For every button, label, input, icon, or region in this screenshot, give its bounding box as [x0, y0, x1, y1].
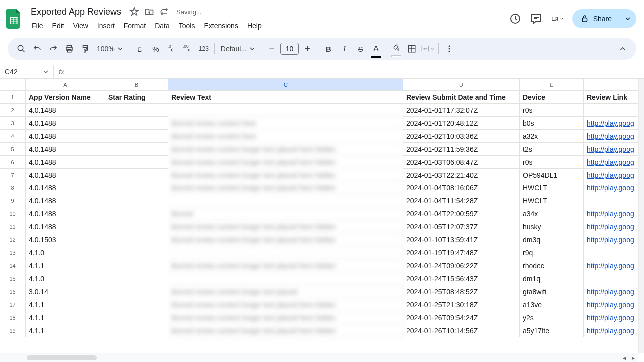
cell[interactable]: blurred review content longer text place…: [168, 298, 403, 311]
history-icon[interactable]: [509, 13, 521, 25]
cell[interactable]: http://play.goog: [584, 298, 643, 311]
cell[interactable]: r0s: [520, 104, 584, 117]
cell[interactable]: 4.0.1488: [26, 104, 105, 117]
star-icon[interactable]: [129, 7, 139, 17]
row-header[interactable]: 3: [0, 117, 26, 130]
cell[interactable]: 2024-01-25T21:30:18Z: [403, 298, 520, 311]
menu-help[interactable]: Help: [243, 20, 266, 32]
cell[interactable]: blurred review content longer text place…: [168, 324, 403, 337]
column-header[interactable]: E: [520, 79, 584, 91]
undo-icon[interactable]: [30, 41, 45, 56]
cell[interactable]: [168, 246, 403, 259]
cell[interactable]: Review Submit Date and Time: [403, 91, 520, 104]
percent-icon[interactable]: %: [148, 41, 163, 56]
cell[interactable]: blurred: [168, 207, 403, 220]
cell[interactable]: http://play.goog: [584, 311, 643, 324]
cell[interactable]: 2024-01-19T19:47:48Z: [403, 246, 520, 259]
cell[interactable]: [105, 104, 168, 117]
menu-file[interactable]: File: [28, 20, 47, 32]
cell[interactable]: http://play.goog: [584, 285, 643, 298]
search-icon[interactable]: [14, 41, 29, 56]
cell[interactable]: blurred review content longer text place…: [168, 285, 403, 298]
column-header[interactable]: D: [403, 79, 520, 91]
cell[interactable]: 2024-01-10T13:59:41Z: [403, 233, 520, 246]
row-header[interactable]: 12: [0, 233, 26, 246]
cell[interactable]: 4.1.1: [26, 259, 105, 272]
horizontal-scrollbar[interactable]: ◄ ►: [0, 353, 638, 362]
cell[interactable]: http://play.goog: [584, 169, 643, 181]
row-header[interactable]: 11: [0, 220, 26, 233]
row-header[interactable]: 4: [0, 130, 26, 143]
cell[interactable]: http://play.goog: [584, 233, 643, 246]
currency-icon[interactable]: £: [132, 41, 147, 56]
cell[interactable]: [105, 311, 168, 324]
cell[interactable]: [584, 246, 643, 259]
column-header[interactable]: A: [26, 79, 105, 91]
cell[interactable]: 2024-01-25T08:48:52Z: [403, 285, 520, 298]
cell[interactable]: 4.0.1488: [26, 220, 105, 233]
menu-data[interactable]: Data: [151, 20, 174, 32]
cell[interactable]: 4.1.1: [26, 324, 105, 337]
menu-tools[interactable]: Tools: [175, 20, 199, 32]
cell[interactable]: a5y17lte: [520, 324, 584, 337]
cell[interactable]: Review Text: [168, 91, 403, 104]
row-header[interactable]: 13: [0, 246, 26, 259]
italic-icon[interactable]: I: [337, 41, 352, 56]
cell[interactable]: http://play.goog: [584, 220, 643, 233]
cell[interactable]: 2024-01-04T22:00:59Z: [403, 207, 520, 220]
cell[interactable]: blurred review content longer text place…: [168, 143, 403, 156]
cell[interactable]: y2s: [520, 311, 584, 324]
cell[interactable]: a34x: [520, 207, 584, 220]
cell[interactable]: husky: [520, 220, 584, 233]
cell[interactable]: 4.0.1488: [26, 169, 105, 181]
cell[interactable]: r9q: [520, 246, 584, 259]
menu-insert[interactable]: Insert: [93, 20, 119, 32]
cell[interactable]: blurred review content longer text place…: [168, 311, 403, 324]
row-header[interactable]: 17: [0, 298, 26, 311]
cell[interactable]: 2024-01-03T06:08:47Z: [403, 156, 520, 169]
cell[interactable]: App Version Name: [26, 91, 105, 104]
cell[interactable]: 4.0.1488: [26, 181, 105, 194]
cell[interactable]: [105, 259, 168, 272]
cell[interactable]: blurred review content longer text place…: [168, 181, 403, 194]
more-icon[interactable]: [442, 41, 457, 56]
row-header[interactable]: 6: [0, 156, 26, 169]
font-size-input[interactable]: 10: [280, 43, 299, 55]
text-color-icon[interactable]: A: [369, 44, 383, 54]
cell[interactable]: [105, 285, 168, 298]
cell[interactable]: http://play.goog: [584, 181, 643, 194]
cell[interactable]: 3.0.14: [26, 285, 105, 298]
meet-icon[interactable]: [551, 13, 563, 25]
increase-font-icon[interactable]: +: [300, 41, 315, 56]
cell[interactable]: [105, 169, 168, 181]
row-header[interactable]: 5: [0, 143, 26, 156]
cell[interactable]: http://play.goog: [584, 324, 643, 337]
bold-icon[interactable]: B: [321, 41, 336, 56]
cell[interactable]: http://play.goog: [584, 130, 643, 143]
cell[interactable]: blurred review content longer text place…: [168, 169, 403, 181]
row-header[interactable]: 14: [0, 259, 26, 272]
column-header[interactable]: [584, 79, 643, 91]
cell[interactable]: Device: [520, 91, 584, 104]
cell[interactable]: http://play.goog: [584, 143, 643, 156]
share-dropdown[interactable]: [621, 9, 636, 28]
fill-color-icon[interactable]: [389, 44, 403, 53]
cell[interactable]: [105, 207, 168, 220]
font-select[interactable]: Defaul...: [218, 45, 258, 53]
cell[interactable]: 2024-01-04T11:54:28Z: [403, 194, 520, 207]
cell[interactable]: [168, 194, 403, 207]
decrease-decimal-icon[interactable]: .0: [164, 41, 179, 56]
borders-icon[interactable]: [404, 41, 419, 56]
cell[interactable]: 4.0.1488: [26, 130, 105, 143]
cell[interactable]: dm3q: [520, 233, 584, 246]
cell[interactable]: [105, 143, 168, 156]
cell[interactable]: 2024-01-26T09:54:24Z: [403, 311, 520, 324]
cell[interactable]: 2024-01-01T17:32:07Z: [403, 104, 520, 117]
row-header[interactable]: 1: [0, 91, 26, 104]
cell[interactable]: blurred review content longer text place…: [168, 220, 403, 233]
cell[interactable]: 4.0.1503: [26, 233, 105, 246]
decrease-font-icon[interactable]: −: [264, 41, 279, 56]
cell[interactable]: 2024-01-26T10:14:56Z: [403, 324, 520, 337]
cell[interactable]: 4.1.1: [26, 311, 105, 324]
zoom-select[interactable]: 100%: [94, 45, 126, 53]
